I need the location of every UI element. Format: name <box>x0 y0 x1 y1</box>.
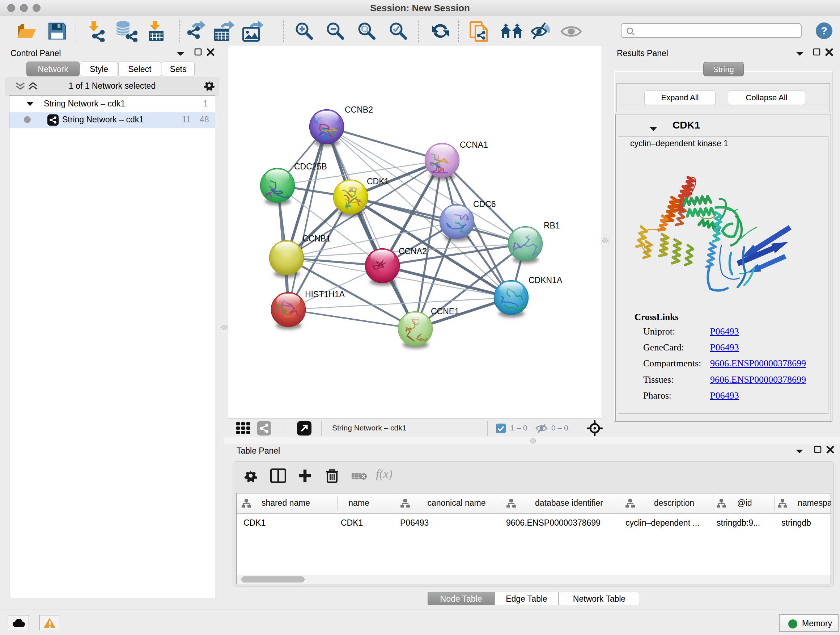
svg-text:CDC6: CDC6 <box>473 200 496 209</box>
svg-text:RB1: RB1 <box>544 221 560 230</box>
svg-text:CCNB2: CCNB2 <box>345 105 373 114</box>
svg-text:CCNB1: CCNB1 <box>302 234 331 243</box>
svg-text:CCNA2: CCNA2 <box>399 247 427 256</box>
svg-text:CDKN1A: CDKN1A <box>529 276 562 285</box>
svg-text:CDC25B: CDC25B <box>294 162 327 171</box>
svg-text:CDK1: CDK1 <box>367 177 389 186</box>
svg-text:HIST1H1A: HIST1H1A <box>305 290 345 299</box>
svg-text:CCNA1: CCNA1 <box>460 140 488 149</box>
svg-text:CCNE1: CCNE1 <box>431 307 459 316</box>
